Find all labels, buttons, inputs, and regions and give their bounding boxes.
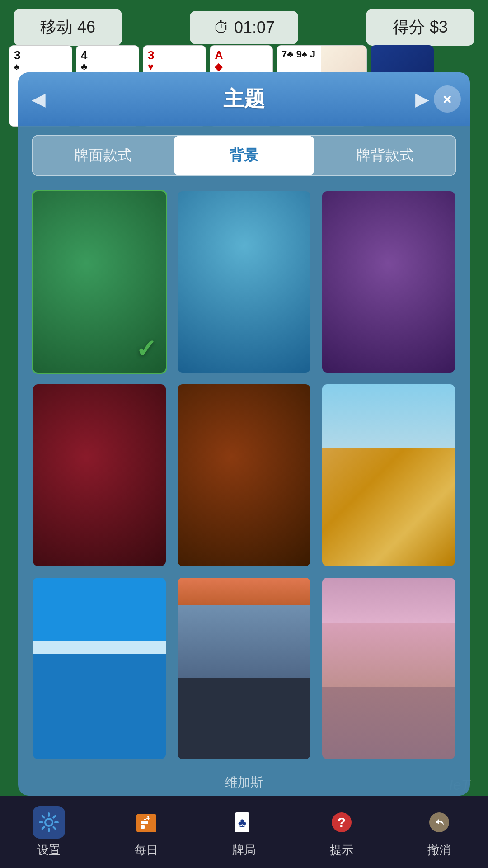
modal-title: 主题 [223, 85, 265, 113]
daily-label: 每日 [135, 842, 158, 858]
modal-header: ◀ 主题 ▶ × [18, 72, 470, 126]
theme-brown[interactable] [176, 383, 312, 567]
theme-ocean-swatch [33, 578, 166, 759]
new-game-icon: ♣ [228, 806, 260, 839]
theme-brown-swatch [178, 384, 310, 566]
theme-pier-swatch [322, 578, 455, 759]
timer-value: 01:07 [234, 18, 275, 37]
theme-red-swatch [33, 384, 166, 566]
svg-rect-5 [141, 825, 145, 829]
timer: ⏱ 01:07 [190, 11, 298, 44]
tab-card-face[interactable]: 牌面款式 [33, 136, 174, 175]
selected-checkmark: ✓ [136, 334, 157, 363]
theme-cliffs-swatch [178, 578, 310, 759]
theme-pier[interactable] [321, 576, 456, 760]
theme-blue-swatch [178, 191, 310, 373]
nav-item-settings[interactable]: 设置 [0, 806, 98, 858]
svg-rect-4 [145, 821, 148, 824]
daily-icon: 14 [130, 806, 163, 839]
theme-grid: ✓ [18, 181, 470, 769]
moves-counter: 移动 46 [14, 9, 122, 46]
theme-cliffs[interactable] [176, 576, 312, 760]
nav-item-hint[interactable]: ? 提示 [293, 806, 390, 858]
svg-point-0 [45, 819, 52, 826]
theme-blue[interactable] [176, 190, 312, 374]
theme-purple-swatch [322, 191, 455, 373]
bottom-nav: 设置 14 每日 ♣ 牌局 ? [0, 796, 488, 868]
undo-label: 撤消 [427, 842, 451, 858]
theme-red[interactable] [32, 383, 167, 567]
settings-icon [33, 806, 65, 839]
theme-green[interactable]: ✓ [32, 190, 167, 374]
nav-item-daily[interactable]: 14 每日 [98, 806, 195, 858]
timer-icon: ⏱ [213, 18, 230, 37]
svg-rect-3 [141, 821, 145, 824]
tab-background[interactable]: 背景 [174, 136, 314, 175]
tab-bar: 牌面款式 背景 牌背款式 [32, 135, 456, 176]
brand-label: 维加斯 [18, 769, 470, 796]
hint-icon: ? [325, 806, 358, 839]
hint-label: 提示 [330, 842, 353, 858]
modal-nav-left[interactable]: ◀ [32, 89, 46, 109]
svg-text:♣: ♣ [238, 816, 246, 830]
modal-close-button[interactable]: × [434, 85, 461, 113]
tab-card-back[interactable]: 牌背款式 [314, 136, 455, 175]
theme-purple[interactable] [321, 190, 456, 374]
score-counter: 得分 $3 [366, 9, 474, 46]
theme-ocean[interactable] [32, 576, 167, 760]
theme-desert-swatch [322, 384, 455, 566]
nav-item-undo[interactable]: 撤消 [390, 806, 488, 858]
new-game-label: 牌局 [232, 842, 256, 858]
top-bar: 移动 46 ⏱ 01:07 得分 $3 [0, 9, 488, 46]
desert-sand [322, 448, 455, 566]
settings-label: 设置 [37, 842, 61, 858]
modal-nav-right[interactable]: ▶ [415, 89, 429, 109]
theme-modal: ◀ 主题 ▶ × 牌面款式 背景 牌背款式 ✓ [18, 72, 470, 796]
nav-item-new-game[interactable]: ♣ 牌局 [195, 806, 293, 858]
theme-desert[interactable] [321, 383, 456, 567]
svg-text:14: 14 [143, 815, 150, 821]
svg-text:?: ? [338, 815, 346, 830]
undo-icon [423, 806, 455, 839]
desert-sky [322, 384, 455, 448]
